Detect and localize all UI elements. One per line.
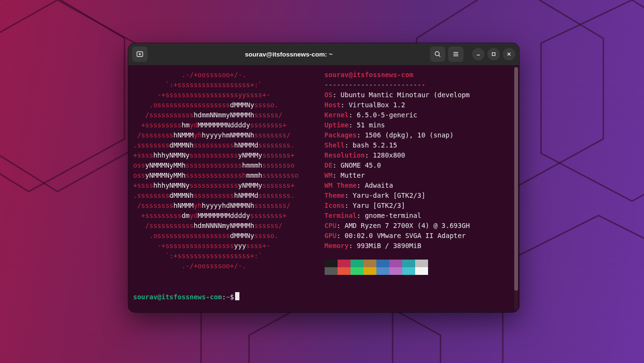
info-user: sourav [325, 71, 349, 79]
minimize-button[interactable] [472, 48, 485, 60]
ascii-logo: .-/+oossssoo+/-. `:+ssssssssssssssssss+:… [133, 70, 299, 275]
color-swatch [376, 260, 389, 267]
info-value: : 00:02.0 VMware SVGA II Adapter [337, 232, 466, 239]
info-value: : 993MiB / 3890MiB [349, 242, 421, 250]
info-row: Host: VirtualBox 1.2 [325, 100, 470, 110]
info-value: : bash 5.2.15 [345, 141, 397, 149]
shell-prompt[interactable]: sourav@itsfossnews-com:~$ [133, 292, 514, 302]
maximize-button[interactable] [487, 48, 500, 60]
info-value: : 1280x800 [365, 151, 405, 159]
new-tab-button[interactable] [132, 46, 147, 62]
window-titlebar: sourav@itsfossnews-com: ~ [128, 43, 519, 65]
info-value: : VirtualBox 1.2 [340, 101, 405, 109]
info-value: : Yaru [GTK2/3] [345, 202, 405, 209]
search-button[interactable] [430, 46, 445, 62]
info-row: WM Theme: Adwaita [325, 181, 470, 191]
info-key: Memory [325, 242, 349, 250]
color-swatch [402, 267, 415, 275]
info-row: Icons: Yaru [GTK2/3] [325, 201, 470, 211]
search-icon [434, 50, 441, 58]
info-value: : AMD Ryzen 7 2700X (4) @ 3.693GH [337, 222, 470, 229]
info-value: : Adwaita [357, 182, 393, 189]
system-info: sourav@itsfossnews-com -----------------… [325, 70, 470, 275]
info-row: OS: Ubuntu Mantic Minotaur (developm [325, 90, 470, 100]
info-key: Resolution [325, 151, 365, 159]
svg-rect-9 [492, 53, 495, 56]
color-swatch [325, 260, 338, 267]
color-swatch [325, 267, 338, 275]
color-swatch [338, 260, 350, 267]
svg-line-4 [439, 55, 440, 57]
hamburger-icon [452, 50, 460, 58]
scrollbar[interactable] [514, 67, 518, 310]
info-value: : gnome-terminal [357, 212, 421, 219]
color-swatch [402, 260, 415, 267]
info-value: : 1506 (dpkg), 10 (snap) [357, 131, 453, 139]
color-swatch [415, 260, 428, 267]
info-host: itsfossnews-com [353, 71, 413, 79]
info-value: : Yaru-dark [GTK2/3] [345, 192, 426, 199]
color-swatch [350, 260, 363, 267]
info-value: : Mutter [332, 171, 364, 179]
info-separator: ------------------------- [325, 80, 470, 90]
info-row: Terminal: gnome-terminal [325, 211, 470, 221]
info-row: Packages: 1506 (dpkg), 10 (snap) [325, 130, 470, 140]
info-row: Theme: Yaru-dark [GTK2/3] [325, 191, 470, 201]
cursor [235, 292, 239, 300]
info-row: Resolution: 1280x800 [325, 150, 470, 160]
color-swatch [415, 267, 428, 275]
color-swatch [376, 267, 389, 275]
info-key: GPU [325, 232, 337, 239]
info-key: WM [325, 171, 333, 179]
terminal-window: sourav@itsfossnews-com: ~ [128, 43, 519, 312]
minimize-icon [475, 51, 481, 57]
prompt-user-host: sourav@itsfossnews-com [133, 293, 222, 301]
info-key: DE [325, 161, 333, 169]
info-value: : 6.5.0-5-generic [349, 111, 417, 119]
info-row: CPU: AMD Ryzen 7 2700X (4) @ 3.693GH [325, 221, 470, 231]
info-key: OS [325, 91, 333, 99]
color-swatch [363, 267, 376, 275]
info-key: Uptime [325, 121, 349, 129]
info-row: Uptime: 51 mins [325, 120, 470, 130]
close-icon [506, 51, 512, 57]
info-row: Kernel: 6.5.0-5-generic [325, 110, 470, 120]
info-row: Shell: bash 5.2.15 [325, 140, 470, 150]
info-key: CPU [325, 222, 337, 229]
info-key: Shell [325, 141, 345, 149]
info-row: Memory: 993MiB / 3890MiB [325, 241, 470, 251]
info-row: WM: Mutter [325, 170, 470, 181]
close-button[interactable] [503, 48, 515, 60]
terminal-content[interactable]: .-/+oossssoo+/-. `:+ssssssssssssssssss+:… [128, 65, 519, 312]
color-swatch [350, 267, 363, 275]
info-key: Icons [325, 202, 345, 209]
maximize-icon [491, 51, 497, 57]
scrollbar-thumb[interactable] [514, 67, 518, 291]
info-key: Packages [325, 131, 357, 139]
neofetch-output: .-/+oossssoo+/-. `:+ssssssssssssssssss+:… [133, 70, 514, 275]
info-value: : GNOME 45.0 [332, 161, 381, 169]
info-key: WM Theme [325, 182, 357, 189]
info-key: Host [325, 101, 341, 109]
info-value: : 51 mins [349, 121, 385, 129]
color-swatch [389, 260, 402, 267]
color-palette [325, 260, 470, 275]
info-key: Theme [325, 192, 345, 199]
color-swatch [389, 267, 402, 275]
color-swatch [363, 260, 376, 267]
info-row: DE: GNOME 45.0 [325, 160, 470, 170]
color-swatch [338, 267, 350, 275]
info-key: Kernel [325, 111, 349, 119]
window-title: sourav@itsfossnews-com: ~ [150, 51, 427, 58]
info-key: Terminal [325, 212, 357, 219]
svg-point-3 [435, 52, 440, 56]
info-row: GPU: 00:02.0 VMware SVGA II Adapter [325, 231, 470, 241]
info-value: : Ubuntu Mantic Minotaur (developm [332, 91, 470, 99]
menu-button[interactable] [448, 46, 463, 62]
